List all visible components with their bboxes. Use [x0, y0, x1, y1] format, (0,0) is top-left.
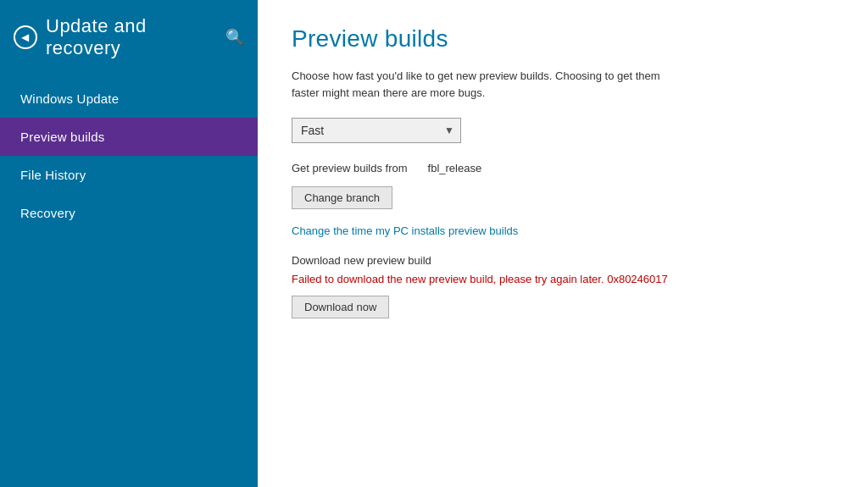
- search-icon[interactable]: 🔍: [225, 28, 244, 47]
- sidebar-item-windows-update[interactable]: Windows Update: [0, 80, 258, 118]
- speed-dropdown-wrapper: Fast Slow ▼: [292, 118, 834, 143]
- speed-dropdown[interactable]: Fast Slow: [292, 118, 461, 143]
- sidebar-nav: Windows Update Preview builds File Histo…: [0, 80, 258, 232]
- sidebar-header: Update and recovery 🔍: [0, 0, 258, 73]
- sidebar-item-recovery[interactable]: Recovery: [0, 194, 258, 232]
- branch-row: Get preview builds from fbl_release: [292, 162, 834, 174]
- page-title: Preview builds: [292, 25, 834, 53]
- download-now-button[interactable]: Download now: [292, 296, 389, 318]
- sidebar-item-file-history[interactable]: File History: [0, 156, 258, 194]
- change-time-link[interactable]: Change the time my PC installs preview b…: [292, 224, 834, 237]
- download-section: Download new preview build Failed to dow…: [292, 254, 834, 318]
- sidebar-item-preview-builds[interactable]: Preview builds: [0, 118, 258, 156]
- change-branch-button-wrapper: Change branch: [292, 186, 834, 209]
- sidebar: Update and recovery 🔍 Windows Update Pre…: [0, 0, 258, 487]
- branch-value: fbl_release: [428, 162, 482, 174]
- back-icon[interactable]: [14, 25, 37, 49]
- sidebar-title: Update and recovery: [46, 15, 217, 59]
- branch-label: Get preview builds from: [292, 162, 408, 174]
- speed-dropdown-container: Fast Slow ▼: [292, 118, 461, 143]
- main-content: Preview builds Choose how fast you'd lik…: [258, 0, 868, 487]
- description: Choose how fast you'd like to get new pr…: [292, 68, 682, 101]
- download-label: Download new preview build: [292, 254, 834, 267]
- change-branch-button[interactable]: Change branch: [292, 186, 392, 209]
- error-message: Failed to download the new preview build…: [292, 272, 834, 287]
